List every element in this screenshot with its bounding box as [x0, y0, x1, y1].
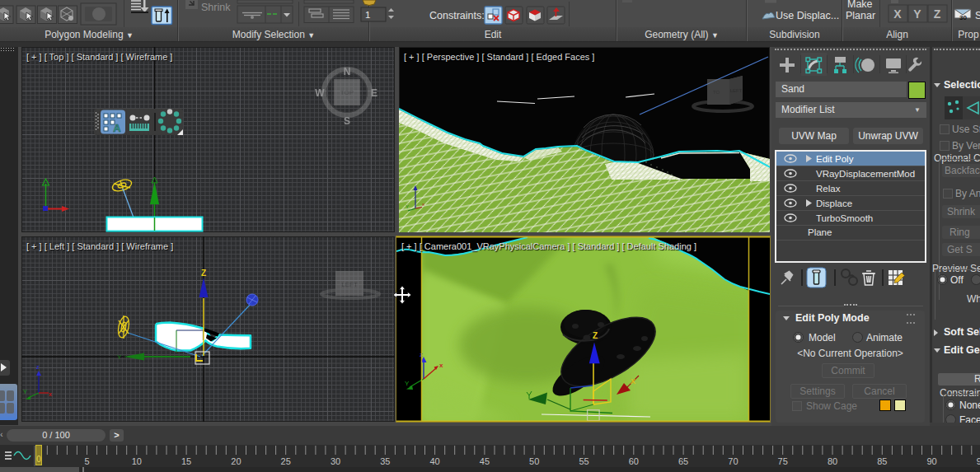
svg-text:Make: Make	[847, 0, 873, 10]
svg-text:A: A	[113, 122, 121, 134]
svg-text:35: 35	[380, 456, 390, 466]
svg-text:Shrink: Shrink	[201, 2, 231, 13]
svg-text:Z: Z	[593, 331, 598, 340]
svg-text:x: x	[439, 362, 443, 369]
svg-text:90: 90	[926, 456, 936, 466]
svg-text:85: 85	[877, 456, 887, 466]
svg-text:60: 60	[629, 456, 639, 466]
svg-text:Z: Z	[201, 269, 206, 278]
svg-text:Z: Z	[934, 7, 941, 21]
svg-text:Y: Y	[913, 7, 921, 21]
svg-text:x: x	[422, 202, 424, 207]
svg-text:55: 55	[579, 456, 588, 466]
svg-text:E: E	[371, 87, 377, 99]
svg-text:Y: Y	[405, 380, 410, 387]
svg-text:W: W	[315, 87, 325, 99]
svg-text:Edit Poly: Edit Poly	[816, 154, 854, 164]
svg-text:70: 70	[728, 456, 738, 466]
svg-text:Relax: Relax	[816, 184, 841, 194]
svg-text:95: 95	[977, 456, 980, 466]
svg-text:x: x	[49, 391, 52, 397]
svg-text:TOP: TOP	[340, 89, 354, 96]
svg-text:45: 45	[480, 456, 490, 466]
svg-text:20: 20	[231, 456, 241, 466]
svg-text:40: 40	[429, 456, 439, 466]
svg-text:X: X	[631, 377, 635, 386]
svg-text:S: S	[344, 115, 350, 127]
svg-text:Planar: Planar	[846, 10, 875, 21]
svg-text:10: 10	[132, 456, 142, 466]
svg-text:Y: Y	[23, 389, 27, 395]
svg-text:25: 25	[281, 456, 291, 466]
svg-text:TO: TO	[713, 90, 720, 95]
svg-text:15: 15	[181, 456, 191, 466]
svg-text:65: 65	[678, 456, 688, 466]
svg-text:80: 80	[828, 456, 837, 466]
svg-text:N: N	[344, 66, 351, 77]
svg-text:1: 1	[365, 10, 370, 20]
svg-text:S: S	[975, 10, 980, 21]
svg-text:Displace: Displace	[816, 199, 852, 208]
svg-text:Y: Y	[117, 353, 122, 361]
svg-text:VRayDisplacementMod: VRayDisplacementMod	[816, 169, 915, 179]
svg-text:LEFT: LEFT	[730, 88, 743, 93]
svg-text:30: 30	[959, 14, 967, 21]
svg-text:75: 75	[778, 456, 788, 466]
svg-text:Use Displac...: Use Displac...	[776, 10, 839, 21]
svg-text:5: 5	[84, 456, 89, 466]
svg-text:Y: Y	[406, 204, 409, 209]
svg-text:Constraints:: Constraints:	[429, 10, 485, 21]
svg-text:z: z	[36, 364, 40, 370]
svg-text:TurboSmooth: TurboSmooth	[816, 213, 873, 223]
svg-text:30: 30	[331, 456, 340, 466]
svg-text:LEFT: LEFT	[341, 281, 358, 288]
svg-text:50: 50	[529, 456, 539, 466]
svg-text:X: X	[893, 7, 902, 21]
